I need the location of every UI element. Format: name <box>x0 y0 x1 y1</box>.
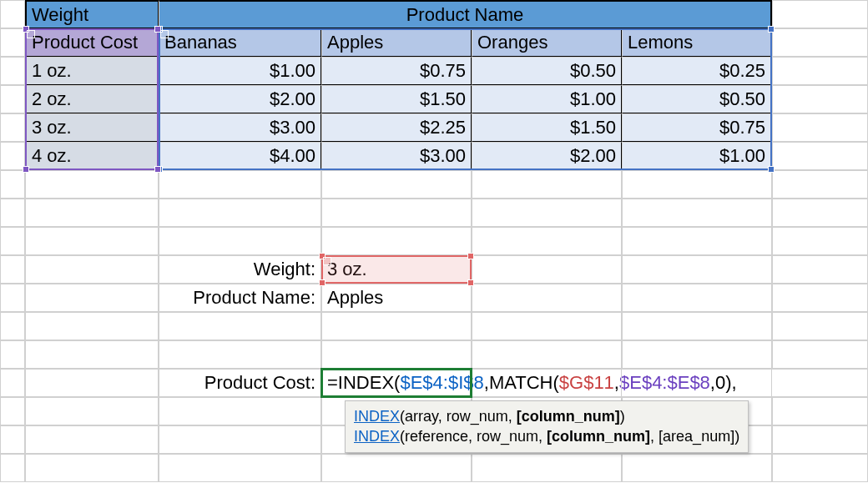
blank-cell <box>622 369 772 397</box>
blank-cell <box>772 312 868 340</box>
price-0-2: $0.50 <box>472 57 622 85</box>
lookup-cost-label-text: Product Cost: <box>204 372 315 394</box>
blank-cell <box>622 454 772 482</box>
blank-cell <box>472 369 622 397</box>
row-hdr-2: 3 oz. <box>25 113 159 142</box>
gutter-cell <box>0 425 25 454</box>
blank-cell <box>772 284 868 312</box>
formula-cell[interactable]: =INDEX($E$4:$I$8,MATCH($G$11,$E$4:$E$8,0… <box>321 369 472 397</box>
price-1-0: $2.00 <box>159 85 321 113</box>
lookup-name-label-text: Product Name: <box>193 287 315 309</box>
col-hdr-1-text: Apples <box>327 32 383 53</box>
price-2-3-text: $0.75 <box>719 117 765 138</box>
col-hdr-2-text: Oranges <box>477 32 548 53</box>
price-0-3-text: $0.25 <box>719 60 765 82</box>
lookup-weight-value[interactable]: 3 oz. <box>321 255 472 284</box>
row-hdr-1-text: 2 oz. <box>32 88 72 110</box>
tok-open1: ( <box>394 372 400 394</box>
blank-cell <box>25 340 159 369</box>
tok-fn-index: INDEX <box>338 372 394 394</box>
blank-cell <box>159 397 321 425</box>
gutter-cell <box>0 85 25 113</box>
price-2-1-text: $2.25 <box>420 117 466 138</box>
blank-cell <box>25 199 159 227</box>
blank-cell <box>25 284 159 312</box>
blank-cell <box>772 113 868 142</box>
col-hdr-1: Apples <box>321 28 472 57</box>
blank-cell <box>25 369 159 397</box>
tooltip-sig2[interactable]: INDEX(reference, row_num, [column_num], … <box>354 426 739 446</box>
gutter-cell <box>0 284 25 312</box>
lookup-weight-label-text: Weight: <box>254 259 315 280</box>
blank-cell <box>472 454 622 482</box>
blank-cell <box>159 170 321 199</box>
blank-cell <box>321 454 472 482</box>
lookup-name-value-text: Apples <box>327 287 383 309</box>
row-hdr-3-text: 4 oz. <box>32 145 72 167</box>
tooltip-fn1[interactable]: INDEX <box>354 408 400 425</box>
header-product-cost-text: Product Cost <box>32 32 138 53</box>
blank-cell <box>472 227 622 255</box>
blank-cell <box>622 312 772 340</box>
blank-cell <box>159 454 321 482</box>
price-3-2-text: $2.00 <box>570 145 616 167</box>
tooltip-fn2[interactable]: INDEX <box>354 428 400 445</box>
blank-cell <box>622 199 772 227</box>
blank-cell <box>772 255 868 284</box>
col-hdr-2: Oranges <box>472 28 622 57</box>
price-1-0-text: $2.00 <box>270 88 315 110</box>
price-3-3-text: $1.00 <box>719 145 765 167</box>
lookup-name-value[interactable]: Apples <box>321 284 472 312</box>
blank-cell <box>321 199 472 227</box>
price-2-0: $3.00 <box>159 113 321 142</box>
blank-cell <box>772 0 868 28</box>
col-hdr-0: Bananas <box>159 28 321 57</box>
blank-cell <box>159 340 321 369</box>
price-0-3: $0.25 <box>622 57 772 85</box>
tooltip-s2a: (reference, row_num, <box>400 428 547 445</box>
blank-cell <box>772 142 868 170</box>
blank-cell <box>622 255 772 284</box>
price-3-0-text: $4.00 <box>270 145 315 167</box>
blank-cell <box>772 340 868 369</box>
tooltip-s1b: [column_num] <box>517 408 620 425</box>
lookup-weight-value-text: 3 oz. <box>327 259 367 280</box>
blank-cell <box>25 454 159 482</box>
blank-cell <box>772 454 868 482</box>
tooltip-s2c: , [area_num]) <box>650 428 739 445</box>
gutter-cell <box>0 340 25 369</box>
blank-cell <box>159 227 321 255</box>
price-1-1: $1.50 <box>321 85 472 113</box>
price-1-3: $0.50 <box>622 85 772 113</box>
blank-cell <box>321 170 472 199</box>
lookup-weight-label: Weight: <box>159 255 321 284</box>
blank-cell <box>321 312 472 340</box>
blank-cell <box>25 227 159 255</box>
tooltip-s1c: ) <box>620 408 625 425</box>
col-hdr-0-text: Bananas <box>164 32 237 53</box>
header-weight: Weight <box>25 0 159 28</box>
lookup-cost-label: Product Cost: <box>159 369 321 397</box>
blank-cell <box>472 340 622 369</box>
gutter-cell <box>0 170 25 199</box>
gutter-cell <box>0 454 25 482</box>
price-3-3: $1.00 <box>622 142 772 170</box>
gutter-cell <box>0 227 25 255</box>
header-product-name: Product Name <box>159 0 772 28</box>
price-3-1-text: $3.00 <box>420 145 466 167</box>
row-hdr-2-text: 3 oz. <box>32 117 72 138</box>
blank-cell <box>772 227 868 255</box>
blank-cell <box>622 284 772 312</box>
blank-cell <box>472 312 622 340</box>
blank-cell <box>159 425 321 454</box>
tooltip-sig1[interactable]: INDEX(array, row_num, [column_num]) <box>354 406 739 426</box>
blank-cell <box>25 255 159 284</box>
blank-cell <box>159 199 321 227</box>
col-hdr-3-text: Lemons <box>628 32 693 53</box>
blank-cell <box>772 397 868 425</box>
function-tooltip[interactable]: INDEX(array, row_num, [column_num]) INDE… <box>345 400 749 453</box>
price-1-3-text: $0.50 <box>719 88 765 110</box>
gutter-cell <box>0 369 25 397</box>
price-0-1: $0.75 <box>321 57 472 85</box>
gutter-cell <box>0 397 25 425</box>
